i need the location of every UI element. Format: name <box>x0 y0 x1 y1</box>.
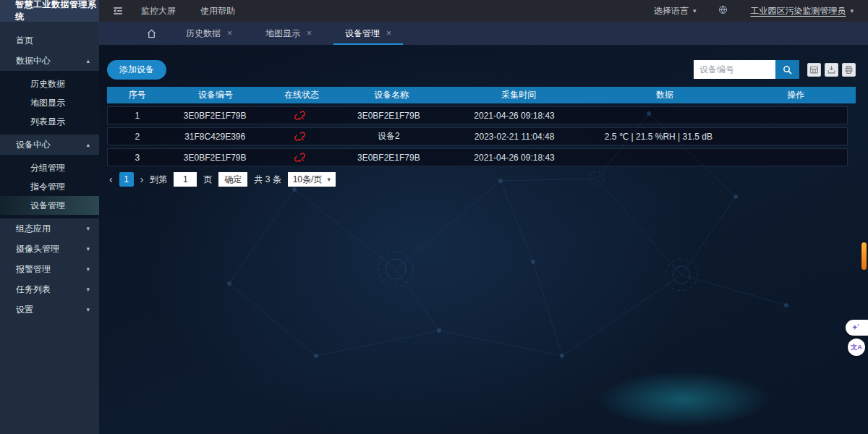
columns-icon <box>809 65 819 75</box>
sidebar-item-label: 首页 <box>16 35 90 47</box>
chevron-up-icon: ▴ <box>86 57 90 64</box>
sidebar-item-label: 摄像头管理 <box>16 243 86 255</box>
tab-label: 历史数据 <box>186 27 221 40</box>
next-page-button[interactable]: › <box>140 174 144 184</box>
page-size-value: 10条/页 <box>293 174 323 186</box>
table-cell: 1 <box>108 111 167 121</box>
topbar: 智慧工业数据管理系统 监控大屏使用帮助 选择语言 ▾ 工业 <box>0 0 868 22</box>
tab[interactable]: 地图显示× <box>254 22 323 45</box>
chevron-down-icon: ▾ <box>86 286 90 293</box>
collapse-sidebar-icon[interactable] <box>112 5 124 17</box>
globe-extension-icon[interactable] <box>718 4 728 17</box>
table-cell: 2 <box>108 132 167 142</box>
language-selector[interactable]: 选择语言 ▾ <box>654 5 697 17</box>
scrollbar-thumb[interactable] <box>861 242 867 270</box>
translate-icon: 文A <box>851 343 862 352</box>
table-row[interactable]: 231F8C429E396设备22023-02-21 11:04:482.5 ℃… <box>107 127 848 145</box>
search-group <box>694 60 856 79</box>
sidebar-item[interactable]: 设置▾ <box>0 299 99 320</box>
sidebar-subitem[interactable]: 分组管理 <box>0 158 99 177</box>
export-icon <box>827 65 836 75</box>
chevron-down-icon: ▾ <box>850 7 854 14</box>
sidebar-submenu: 分组管理指令管理设备管理 <box>0 155 99 218</box>
username: 工业园区污染监测管理员 <box>750 5 846 17</box>
table-cell: 3E0BF2E1F79B <box>167 111 263 121</box>
ai-sparkle-button[interactable] <box>846 320 868 336</box>
table-row[interactable]: 13E0BF2E1F79B3E0BF2E1F79B2021-04-26 09:1… <box>107 106 848 124</box>
chevron-down-icon: ▾ <box>327 176 331 183</box>
tabbar-tabs: 历史数据×地图显示×设备管理× <box>164 22 403 45</box>
goto-label: 到第 <box>150 174 167 186</box>
table-column-header: 在线状态 <box>264 89 339 101</box>
sidebar-subitem[interactable]: 历史数据 <box>0 75 99 93</box>
confirm-page-button[interactable]: 确定 <box>218 172 247 187</box>
prev-page-button[interactable]: ‹ <box>109 174 113 184</box>
close-icon[interactable]: × <box>307 28 312 38</box>
search-button[interactable] <box>775 60 799 79</box>
sidebar-item[interactable]: 设备中心▴ <box>0 135 99 155</box>
sidebar-item[interactable]: 摄像头管理▾ <box>0 239 99 259</box>
page-number-button[interactable]: 1 <box>119 172 134 187</box>
table-cell: 3E0BF2E1F79B <box>337 153 441 163</box>
table-cell <box>263 109 337 122</box>
close-icon[interactable]: × <box>386 28 391 38</box>
sidebar: 首页数据中心▴历史数据地图显示列表显示设备中心▴分组管理指令管理设备管理组态应用… <box>0 22 99 434</box>
add-device-button[interactable]: 添加设备 <box>107 60 166 80</box>
table-column-header: 设备名称 <box>339 89 444 101</box>
translate-button[interactable]: 文A <box>848 339 865 356</box>
sidebar-subitem[interactable]: 指令管理 <box>0 177 99 196</box>
export-button[interactable] <box>825 63 838 77</box>
offline-icon <box>294 151 306 163</box>
content: 添加设备 <box>99 45 868 434</box>
sidebar-item[interactable]: 报警管理▾ <box>0 259 99 279</box>
sidebar-item-label: 设置 <box>16 304 86 316</box>
table-cell: 2021-04-26 09:18:43 <box>441 153 588 163</box>
total-count-label: 共 3 条 <box>254 174 281 186</box>
chevron-down-icon: ▾ <box>86 225 90 232</box>
table-cell: 3E0BF2E1F79B <box>167 153 263 163</box>
app-window: 智慧工业数据管理系统 监控大屏使用帮助 选择语言 ▾ 工业 <box>0 0 868 434</box>
topbar-right: 选择语言 ▾ 工业园区污染监测管理员 ▾ <box>654 4 861 17</box>
topbar-menu-item[interactable]: 使用帮助 <box>200 5 235 17</box>
tab[interactable]: 历史数据× <box>174 22 244 45</box>
chevron-up-icon: ▴ <box>86 141 90 148</box>
sidebar-item[interactable]: 任务列表▾ <box>0 279 99 299</box>
tab[interactable]: 设备管理× <box>333 22 403 45</box>
sidebar-subitem[interactable]: 设备管理 <box>0 196 99 215</box>
topbar-menu-item[interactable]: 监控大屏 <box>141 5 176 17</box>
table-body: 13E0BF2E1F79B3E0BF2E1F79B2021-04-26 09:1… <box>107 106 856 166</box>
sparkle-icon <box>851 323 861 333</box>
page-jump-input[interactable] <box>174 172 197 187</box>
app-logo: 智慧工业数据管理系统 <box>0 0 99 22</box>
close-icon[interactable]: × <box>227 28 232 38</box>
chevron-down-icon: ▾ <box>693 7 697 14</box>
table-row[interactable]: 33E0BF2E1F79B3E0BF2E1F79B2021-04-26 09:1… <box>107 148 848 166</box>
print-button[interactable] <box>842 63 856 77</box>
user-menu[interactable]: 工业园区污染监测管理员 ▾ <box>750 5 854 17</box>
table-cell: 设备2 <box>337 130 441 142</box>
printer-icon <box>844 65 854 75</box>
table-cell: 3 <box>108 153 167 163</box>
tab-label: 地图显示 <box>265 27 300 40</box>
sidebar-subitem[interactable]: 地图显示 <box>0 93 99 112</box>
sidebar-item-label: 组态应用 <box>16 223 86 235</box>
table-column-header: 设备编号 <box>167 89 265 101</box>
table-column-header: 操作 <box>736 89 856 101</box>
search-input[interactable] <box>694 60 775 79</box>
home-tab[interactable] <box>139 28 164 39</box>
sidebar-subitem[interactable]: 列表显示 <box>0 112 99 131</box>
table-column-header: 序号 <box>107 89 167 101</box>
offline-icon <box>294 130 306 142</box>
column-settings-button[interactable] <box>807 63 821 77</box>
sidebar-submenu: 历史数据地图显示列表显示 <box>0 71 99 135</box>
table-tools <box>807 63 856 77</box>
search-icon <box>782 64 793 75</box>
toolbar: 添加设备 <box>107 60 856 79</box>
page-size-select[interactable]: 10条/页 ▾ <box>288 172 336 187</box>
sidebar-item[interactable]: 数据中心▴ <box>0 51 99 71</box>
sidebar-item[interactable]: 首页 <box>0 30 99 51</box>
sidebar-item[interactable]: 组态应用▾ <box>0 218 99 239</box>
tab-label: 设备管理 <box>345 27 380 40</box>
table-header: 序号设备编号在线状态设备名称采集时间数据操作 <box>107 87 856 103</box>
sidebar-item-label: 报警管理 <box>16 263 86 276</box>
